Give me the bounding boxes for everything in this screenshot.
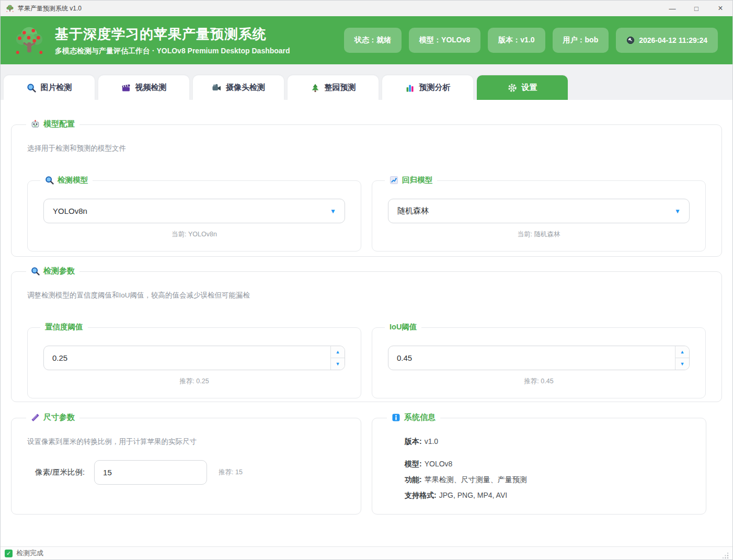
tab-video-detection[interactable]: 视频检测 — [98, 75, 189, 100]
search-icon — [31, 267, 40, 276]
page-subtitle: 多模态检测与产量评估工作台 · YOLOv8 Premium Desktop D… — [55, 47, 290, 56]
confidence-input[interactable] — [44, 346, 330, 370]
regression-model-current: 当前: 随机森林 — [388, 230, 690, 239]
size-params-legend: 尺寸参数 — [26, 413, 79, 422]
list-item: 版本:v1.0 — [405, 437, 695, 447]
ratio-input[interactable] — [95, 461, 207, 484]
ratio-label: 像素/厘米比例: — [35, 467, 85, 477]
iou-spinner: ▲ ▼ — [388, 346, 690, 370]
detection-params-description: 调整检测模型的置信度阈值和IoU阈值，较高的值会减少误检但可能漏检 — [27, 291, 706, 300]
app-window: 苹果产量预测系统 v1.0 — □ × 基于深度学习的苹果产量预测系统 多模态检… — [0, 0, 733, 560]
settings-pane: 模型配置 选择用于检测和预测的模型文件 检测模型 YOLOv8n ▼ 当前: Y… — [1, 100, 732, 546]
iou-group: IoU阈值 ▲ ▼ 推荐: 0.45 — [372, 327, 706, 398]
close-button[interactable]: × — [708, 1, 732, 16]
gear-icon — [508, 83, 517, 93]
apple-tree-logo-icon — [13, 24, 45, 56]
iou-legend: IoU阈值 — [385, 322, 421, 332]
chevron-down-icon[interactable]: ▼ — [674, 208, 681, 215]
clapperboard-icon — [121, 83, 131, 93]
user-badge: 用户：bob — [553, 28, 609, 53]
tab-prediction-analysis[interactable]: 预测分析 — [382, 75, 473, 100]
status-bar: ✓ 检测完成 — [1, 546, 732, 559]
ruler-icon — [31, 413, 40, 422]
maximize-button[interactable]: □ — [684, 1, 708, 16]
evergreen-tree-icon — [311, 83, 320, 93]
tab-camera-detection[interactable]: 摄像头检测 — [193, 75, 284, 100]
detection-model-current: 当前: YOLOv8n — [43, 230, 345, 239]
model-config-description: 选择用于检测和预测的模型文件 — [27, 144, 706, 153]
info-icon — [392, 413, 400, 422]
detection-model-legend: 检测模型 — [40, 175, 93, 185]
minimize-button[interactable]: — — [660, 1, 684, 16]
model-config-legend: 模型配置 — [26, 119, 79, 129]
bar-chart-icon — [405, 83, 415, 93]
tab-image-detection[interactable]: 图片检测 — [4, 75, 95, 100]
clock-icon — [626, 36, 635, 44]
list-item: 支持格式:JPG, PNG, MP4, AVI — [405, 491, 695, 500]
list-item: 模型:YOLOv8 — [405, 460, 695, 469]
model-badge: 模型：YOLOv8 — [409, 28, 480, 53]
spin-down-icon[interactable]: ▼ — [675, 358, 689, 370]
size-params-description: 设置像素到厘米的转换比例，用于计算苹果的实际尺寸 — [27, 437, 345, 447]
list-item: 功能:苹果检测、尺寸测量、产量预测 — [405, 475, 695, 485]
header-badges: 状态：就绪 模型：YOLOv8 版本：v1.0 用户：bob 2026-04-1… — [344, 28, 718, 53]
chart-up-icon — [390, 176, 398, 185]
detection-model-select[interactable]: YOLOv8n ▼ — [43, 199, 345, 223]
robot-icon — [31, 120, 40, 129]
model-config-group: 模型配置 选择用于检测和预测的模型文件 检测模型 YOLOv8n ▼ 当前: Y… — [11, 124, 722, 257]
detection-params-group: 检测参数 调整检测模型的置信度阈值和IoU阈值，较高的值会减少误检但可能漏检 置… — [11, 271, 722, 402]
search-icon — [45, 176, 54, 185]
iou-hint: 推荐: 0.45 — [388, 377, 690, 386]
system-info-group: 系统信息 版本:v1.0 模型:YOLOv8 功能:苹果检测、尺寸测量、产量预测… — [372, 418, 706, 515]
app-header: 基于深度学习的苹果产量预测系统 多模态检测与产量评估工作台 · YOLOv8 P… — [1, 16, 732, 64]
detection-params-legend: 检测参数 — [26, 266, 79, 276]
tab-orchard-prediction[interactable]: 整园预测 — [288, 75, 379, 100]
page-title: 基于深度学习的苹果产量预测系统 — [55, 25, 290, 43]
datetime-badge: 2026-04-12 11:29:24 — [616, 28, 718, 53]
resize-grip[interactable] — [722, 552, 729, 559]
ratio-hint: 推荐: 15 — [219, 468, 243, 477]
status-text: 检测完成 — [16, 548, 43, 558]
system-info-legend: 系统信息 — [387, 413, 440, 422]
version-badge: 版本：v1.0 — [488, 28, 545, 53]
title-bar: 苹果产量预测系统 v1.0 — □ × — [1, 1, 732, 16]
confidence-hint: 推荐: 0.25 — [43, 377, 345, 386]
size-params-group: 尺寸参数 设置像素到厘米的转换比例，用于计算苹果的实际尺寸 像素/厘米比例: ▲… — [11, 418, 361, 515]
system-info-list: 版本:v1.0 模型:YOLOv8 功能:苹果检测、尺寸测量、产量预测 支持格式… — [372, 418, 706, 500]
check-icon: ✓ — [5, 550, 13, 557]
regression-model-select[interactable]: 随机森林 ▼ — [388, 199, 690, 223]
window-title: 苹果产量预测系统 v1.0 — [18, 4, 82, 13]
confidence-legend: 置信度阈值 — [40, 322, 88, 332]
spin-up-icon[interactable]: ▲ — [675, 346, 689, 358]
detection-model-group: 检测模型 YOLOv8n ▼ 当前: YOLOv8n — [27, 180, 361, 252]
iou-input[interactable] — [388, 346, 675, 370]
ratio-spinner: ▲ ▼ — [94, 460, 207, 485]
regression-model-group: 回归模型 随机森林 ▼ 当前: 随机森林 — [372, 180, 706, 252]
regression-model-legend: 回归模型 — [385, 175, 437, 185]
search-icon — [27, 83, 36, 93]
status-badge: 状态：就绪 — [344, 28, 402, 53]
spin-down-icon[interactable]: ▼ — [331, 358, 345, 370]
video-camera-icon — [212, 83, 221, 93]
confidence-group: 置信度阈值 ▲ ▼ 推荐: 0.25 — [27, 327, 361, 398]
spin-up-icon[interactable]: ▲ — [331, 346, 345, 358]
chevron-down-icon[interactable]: ▼ — [330, 208, 336, 215]
tab-settings[interactable]: 设置 — [477, 75, 568, 100]
app-tree-icon — [6, 4, 14, 13]
confidence-spinner: ▲ ▼ — [43, 346, 345, 370]
tab-bar: 图片检测 视频检测 摄像头检测 — [1, 64, 732, 100]
